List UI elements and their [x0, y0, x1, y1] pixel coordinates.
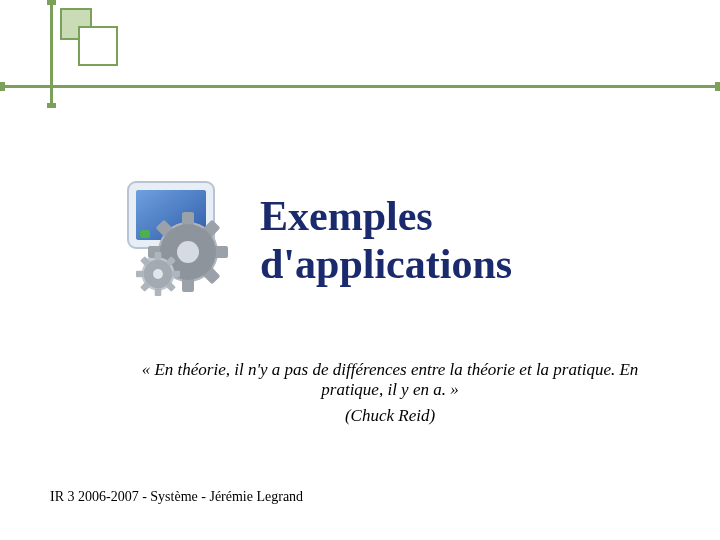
slide-title: Exemples d'applications	[260, 192, 512, 289]
main-content: Exemples d'applications	[0, 170, 720, 310]
quote-attribution: (Chuck Reid)	[110, 406, 670, 426]
svg-rect-8	[182, 278, 194, 292]
svg-point-16	[177, 241, 199, 263]
title-line-2: d'applications	[260, 240, 512, 288]
svg-rect-18	[155, 252, 162, 260]
svg-rect-21	[172, 271, 180, 278]
application-settings-icon	[110, 170, 250, 310]
footer-text: IR 3 2006-2007 - Système - Jérémie Legra…	[50, 489, 303, 505]
header-decoration	[0, 0, 720, 120]
svg-rect-19	[155, 288, 162, 296]
svg-point-27	[153, 269, 163, 279]
quote-block: « En théorie, il n'y a pas de différence…	[110, 360, 670, 426]
svg-rect-10	[214, 246, 228, 258]
title-line-1: Exemples	[260, 192, 512, 240]
svg-rect-20	[136, 271, 144, 278]
svg-rect-7	[182, 212, 194, 226]
svg-rect-3	[140, 230, 150, 238]
quote-text: « En théorie, il n'y a pas de différence…	[110, 360, 670, 400]
